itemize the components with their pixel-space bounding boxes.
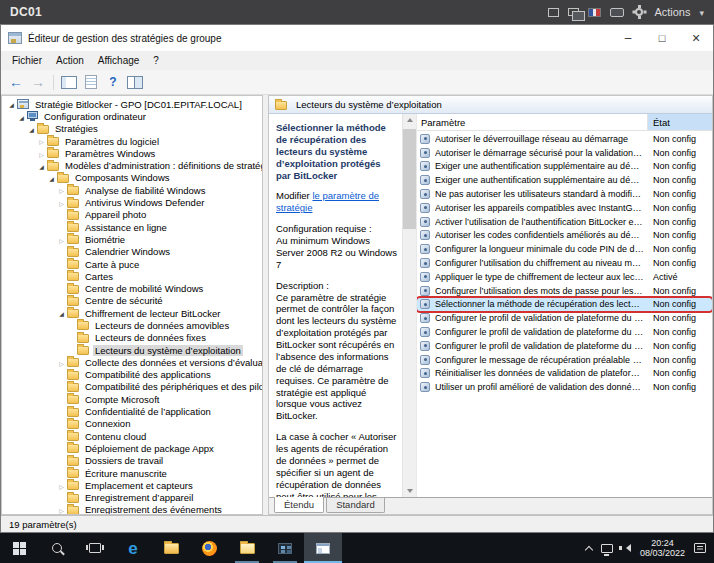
taskbar-clock[interactable]: 20:24 08/03/2022	[640, 538, 685, 558]
tree-item[interactable]: Paramètres du logiciel	[2, 135, 262, 147]
network-icon[interactable]	[601, 544, 613, 553]
settings-gear-icon[interactable]	[633, 6, 645, 18]
tree-item[interactable]: Calendrier Windows	[2, 246, 262, 258]
tree-item[interactable]: Lecteurs de données fixes	[2, 332, 262, 344]
policy-row[interactable]: Autoriser les appareils compatibles avec…	[417, 201, 712, 215]
tree-item[interactable]: Configuration ordinateur	[2, 110, 262, 122]
tree-item[interactable]: Connexion	[2, 418, 262, 430]
tree-item[interactable]: Lecteurs de données amovibles	[2, 319, 262, 331]
help-icon[interactable]	[103, 72, 123, 92]
menu-help[interactable]: ?	[146, 53, 166, 68]
maximize-button[interactable]	[645, 25, 679, 51]
policy-row[interactable]: Configurer le message de récupération pr…	[417, 353, 712, 367]
policy-row[interactable]: Utiliser un profil amélioré de validatio…	[417, 380, 712, 394]
chevron-up-icon[interactable]	[585, 545, 593, 553]
tree-item[interactable]: Analyse de fiabilité Windows	[2, 184, 262, 196]
tree-item[interactable]: Modèles d’administration : définitions d…	[2, 159, 262, 171]
scrollbar-thumb[interactable]	[403, 129, 416, 229]
edge-button[interactable]	[114, 533, 152, 563]
extended-view-icon[interactable]	[125, 72, 145, 92]
expand-arrow-icon[interactable]	[56, 198, 67, 208]
tree-item[interactable]: Assistance en ligne	[2, 221, 262, 233]
policy-row[interactable]: Autoriser les codes confidentiels amélio…	[417, 229, 712, 243]
collapse-arrow-icon[interactable]	[56, 308, 67, 318]
scrollbar-track[interactable]	[403, 127, 416, 484]
tree-item[interactable]: Composants Windows	[2, 172, 262, 184]
export-list-icon[interactable]	[81, 72, 101, 92]
tree-item[interactable]: Contenu cloud	[2, 430, 262, 442]
menu-action[interactable]: Action	[49, 53, 91, 68]
tree-item[interactable]: Stratégies	[2, 123, 262, 135]
monitors-icon[interactable]	[568, 8, 579, 16]
tree-item[interactable]: Compatibilité des applications	[2, 369, 262, 381]
tab-etendu[interactable]: Étendu	[274, 497, 324, 513]
forward-icon[interactable]	[28, 72, 48, 92]
keyboard-layout-fr-icon[interactable]	[588, 8, 601, 17]
tree-item[interactable]: Enregistrement des événements	[2, 504, 262, 515]
policy-row[interactable]: Configurer l’utilisation du chiffrement …	[417, 256, 712, 270]
collapse-arrow-icon[interactable]	[36, 161, 47, 171]
fullscreen-icon[interactable]	[548, 8, 559, 17]
tree-item[interactable]: Compte Microsoft	[2, 393, 262, 405]
action-center-icon[interactable]	[694, 543, 706, 553]
policy-row[interactable]: Configurer le profil de validation de pl…	[417, 339, 712, 353]
policy-row[interactable]: Configurer la longueur minimale du code …	[417, 242, 712, 256]
close-button[interactable]	[679, 25, 713, 51]
collapse-arrow-icon[interactable]	[16, 112, 27, 122]
policy-row[interactable]: Exiger une authentification supplémentai…	[417, 160, 712, 174]
tree-item[interactable]: Enregistrement d’appareil	[2, 492, 262, 504]
collapse-arrow-icon[interactable]	[26, 124, 37, 134]
tree-item[interactable]: Cartes	[2, 270, 262, 282]
tree-item[interactable]: Biométrie	[2, 233, 262, 245]
expand-arrow-icon[interactable]	[56, 481, 67, 491]
policy-row[interactable]: Autoriser le démarrage sécurisé pour la …	[417, 146, 712, 160]
tree-item[interactable]: Collecte des données et versions d’évalu…	[2, 356, 262, 368]
policy-row[interactable]: Ne pas autoriser les utilisateurs standa…	[417, 187, 712, 201]
menu-affichage[interactable]: Affichage	[91, 53, 147, 68]
tree-item[interactable]: Déploiement de package Appx	[2, 442, 262, 454]
collapse-arrow-icon[interactable]	[46, 173, 57, 183]
expand-arrow-icon[interactable]	[56, 358, 67, 368]
description-scrollbar[interactable]	[402, 114, 416, 497]
start-button[interactable]	[0, 533, 38, 563]
tree-item[interactable]: Confidentialité de l’application	[2, 405, 262, 417]
tree-item[interactable]: Centre de sécurité	[2, 295, 262, 307]
menu-fichier[interactable]: Fichier	[5, 53, 49, 68]
minimize-button[interactable]	[611, 25, 645, 51]
policy-row[interactable]: Activer l’utilisation de l’authentificat…	[417, 215, 712, 229]
tree-item[interactable]: Dossiers de travail	[2, 455, 262, 467]
expand-arrow-icon[interactable]	[56, 185, 67, 195]
policy-row[interactable]: Configurer le profil de validation de pl…	[417, 311, 712, 325]
scroll-down-icon[interactable]	[403, 484, 416, 497]
expand-arrow-icon[interactable]	[56, 235, 67, 245]
tree-item[interactable]: Chiffrement de lecteur BitLocker	[2, 307, 262, 319]
tree-item[interactable]: Appareil photo	[2, 209, 262, 221]
mmc-console-button[interactable]	[304, 533, 342, 563]
chevron-down-icon[interactable]	[699, 7, 704, 18]
tree-item[interactable]: Compatibilité des périphériques et des p…	[2, 381, 262, 393]
show-console-tree-icon[interactable]	[59, 72, 79, 92]
tree-item[interactable]: Emplacement et capteurs	[2, 479, 262, 491]
search-button[interactable]	[38, 533, 76, 563]
expand-arrow-icon[interactable]	[56, 505, 67, 515]
tree-item[interactable]: Stratégie Bitlocker - GPO [DC01.EPITAF.L…	[2, 98, 262, 110]
file-explorer-button[interactable]	[152, 533, 190, 563]
tab-standard[interactable]: Standard	[326, 498, 385, 513]
tree-item[interactable]: Centre de mobilité Windows	[2, 282, 262, 294]
policy-row[interactable]: Exiger une authentification supplémentai…	[417, 173, 712, 187]
policy-row[interactable]: Configurer le profil de validation de pl…	[417, 325, 712, 339]
tree-item[interactable]: Paramètres Windows	[2, 147, 262, 159]
server-manager-button[interactable]	[266, 533, 304, 563]
task-view-button[interactable]	[76, 533, 114, 563]
back-icon[interactable]	[6, 72, 26, 92]
tree-item[interactable]: Lecteurs du système d’exploitation	[2, 344, 262, 356]
tree-item[interactable]: Carte à puce	[2, 258, 262, 270]
file-explorer-window-button[interactable]	[228, 533, 266, 563]
policy-row[interactable]: Autoriser le déverrouillage réseau au dé…	[417, 132, 712, 146]
expand-arrow-icon[interactable]	[36, 136, 47, 146]
expand-arrow-icon[interactable]	[36, 149, 47, 159]
volume-icon[interactable]	[622, 544, 631, 552]
collapse-arrow-icon[interactable]	[6, 99, 17, 109]
policy-row[interactable]: Configurer l’utilisation des mots de pas…	[417, 284, 712, 298]
keyboard-icon[interactable]	[610, 8, 624, 17]
